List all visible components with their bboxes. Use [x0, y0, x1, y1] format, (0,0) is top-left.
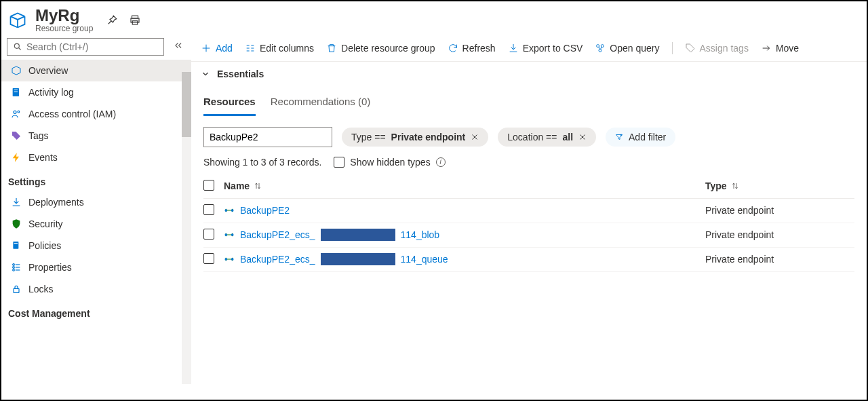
resource-type: Private endpoint	[705, 254, 854, 265]
svg-point-3	[14, 43, 19, 48]
row-checkbox[interactable]	[203, 229, 214, 240]
svg-rect-14	[14, 288, 19, 292]
tab-resources[interactable]: Resources	[203, 90, 256, 116]
svg-point-18	[225, 210, 227, 212]
assign-tags-button: Assign tags	[685, 43, 749, 54]
sidebar: Overview Activity log Access control (IA…	[1, 34, 191, 400]
sidebar-section-cost: Cost Management	[1, 300, 191, 323]
svg-point-7	[14, 111, 16, 113]
close-icon[interactable]	[471, 133, 479, 141]
sidebar-item-locks[interactable]: Locks	[1, 278, 191, 300]
pin-icon[interactable]	[105, 14, 119, 27]
private-endpoint-icon	[224, 205, 235, 216]
sidebar-item-policies[interactable]: Policies	[1, 235, 191, 256]
private-endpoint-icon	[224, 254, 235, 265]
row-checkbox[interactable]	[203, 204, 214, 215]
resource-link[interactable]: BackupPE2_ecs_114_queue	[224, 253, 705, 265]
column-header-type[interactable]: Type	[705, 180, 854, 191]
sidebar-search[interactable]	[7, 38, 164, 56]
refresh-button[interactable]: Refresh	[448, 43, 496, 54]
sidebar-item-iam[interactable]: Access control (IAM)	[1, 103, 191, 125]
chevron-down-icon	[201, 69, 210, 79]
resource-type: Private endpoint	[705, 205, 854, 216]
sidebar-item-properties[interactable]: Properties	[1, 256, 191, 278]
page-subtitle: Resource group	[35, 24, 93, 33]
page-title: MyRg	[35, 7, 93, 24]
close-icon[interactable]	[578, 133, 587, 141]
svg-point-20	[225, 234, 227, 236]
tabs: Resources Recommendations (0)	[191, 86, 867, 116]
sidebar-item-events[interactable]: Events	[1, 147, 191, 168]
svg-point-8	[18, 111, 20, 113]
essentials-toggle[interactable]: Essentials	[191, 62, 867, 86]
move-button[interactable]: Move	[761, 43, 799, 54]
resource-type: Private endpoint	[705, 229, 854, 240]
svg-point-13	[13, 269, 15, 271]
resource-group-icon	[8, 11, 27, 30]
show-hidden-checkbox[interactable]	[334, 157, 344, 168]
sort-icon	[731, 182, 739, 190]
select-all-checkbox[interactable]	[203, 180, 214, 191]
properties-icon	[11, 262, 22, 273]
svg-point-17	[599, 49, 601, 52]
sidebar-search-input[interactable]	[26, 41, 158, 52]
sidebar-item-deployments[interactable]: Deployments	[1, 191, 191, 213]
records-count: Showing 1 to 3 of 3 records.	[203, 157, 321, 168]
sidebar-item-overview[interactable]: Overview	[1, 60, 191, 81]
info-icon[interactable]: i	[436, 157, 446, 167]
filter-name-input[interactable]	[203, 127, 332, 147]
svg-rect-6	[14, 91, 18, 92]
collapse-sidebar-icon[interactable]	[171, 38, 186, 55]
private-endpoint-icon	[224, 229, 235, 240]
svg-rect-9	[13, 242, 18, 249]
svg-point-23	[231, 259, 233, 261]
print-icon[interactable]	[128, 14, 142, 27]
filter-icon	[615, 133, 623, 141]
deployments-icon	[11, 197, 22, 208]
table-row: BackupPE2_ecs_114_blob Private endpoint	[203, 223, 854, 248]
activity-log-icon	[11, 87, 22, 98]
table-row: BackupPE2 Private endpoint	[203, 199, 854, 223]
open-query-button[interactable]: Open query	[595, 43, 659, 54]
svg-rect-5	[14, 90, 18, 90]
svg-point-22	[225, 259, 227, 261]
redacted-mask	[321, 229, 395, 241]
filter-location-pill[interactable]: Location == all	[498, 128, 596, 147]
svg-point-12	[13, 266, 15, 268]
add-filter-button[interactable]: Add filter	[606, 128, 675, 147]
redacted-mask	[321, 253, 395, 265]
sidebar-section-settings: Settings	[1, 168, 191, 191]
lock-icon	[11, 284, 22, 294]
overview-icon	[11, 65, 22, 76]
tab-recommendations[interactable]: Recommendations (0)	[271, 90, 371, 116]
sidebar-item-tags[interactable]: Tags	[1, 125, 191, 147]
svg-point-21	[231, 234, 233, 236]
column-header-name[interactable]: Name	[224, 180, 705, 191]
shield-icon	[11, 218, 22, 229]
add-button[interactable]: Add	[201, 43, 233, 54]
svg-rect-10	[14, 243, 18, 244]
search-icon	[13, 42, 22, 52]
delete-rg-button[interactable]: Delete resource group	[326, 43, 435, 54]
svg-point-11	[13, 263, 15, 265]
toolbar: Add Edit columns Delete resource group R…	[191, 34, 867, 62]
sidebar-item-security[interactable]: Security	[1, 213, 191, 235]
svg-point-19	[231, 210, 233, 212]
policies-icon	[11, 240, 22, 251]
edit-columns-button[interactable]: Edit columns	[245, 43, 314, 54]
sort-icon	[254, 182, 262, 190]
row-checkbox[interactable]	[203, 253, 214, 264]
export-csv-button[interactable]: Export to CSV	[508, 43, 583, 54]
table-row: BackupPE2_ecs_114_queue Private endpoint	[203, 248, 854, 272]
svg-rect-4	[13, 88, 19, 96]
filter-type-pill[interactable]: Type == Private endpoint	[342, 128, 488, 147]
resource-link[interactable]: BackupPE2_ecs_114_blob	[224, 229, 705, 241]
toolbar-separator	[672, 42, 673, 54]
sidebar-scrollbar-thumb[interactable]	[182, 72, 191, 137]
sidebar-item-activity-log[interactable]: Activity log	[1, 81, 191, 103]
resource-link[interactable]: BackupPE2	[224, 205, 705, 216]
iam-icon	[11, 109, 22, 119]
events-icon	[11, 152, 22, 163]
tags-icon	[11, 130, 22, 141]
